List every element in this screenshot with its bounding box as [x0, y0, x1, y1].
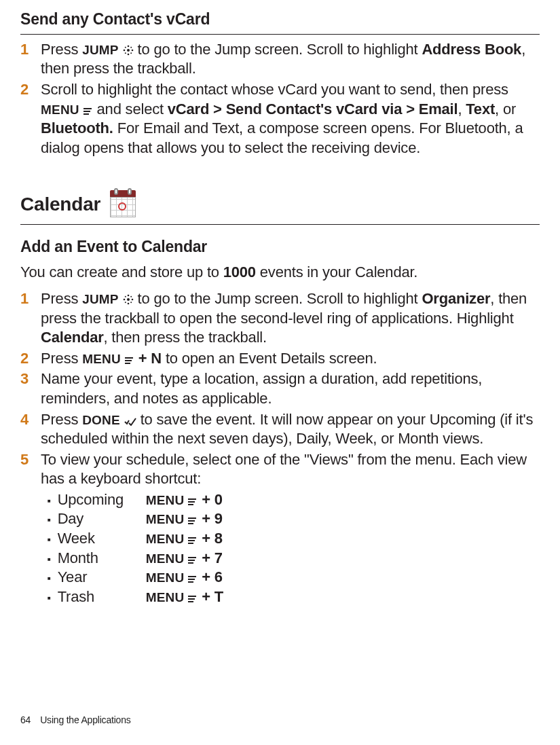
menu-icon [125, 357, 134, 365]
svg-rect-11 [83, 113, 89, 115]
key-menu: MENU [41, 103, 79, 117]
svg-rect-29 [188, 523, 193, 524]
svg-rect-22 [125, 360, 132, 361]
shortcut-list: UpcomingMENU + 0 DayMENU + 9 WeekMENU + … [48, 490, 540, 607]
svg-rect-9 [83, 108, 92, 109]
svg-rect-26 [188, 504, 193, 505]
steps-add-event: 1 Press JUMP to go to the Jump screen. S… [20, 289, 540, 607]
calendar-title: Calendar [20, 192, 100, 217]
svg-rect-34 [188, 560, 195, 561]
svg-rect-37 [188, 579, 195, 580]
svg-point-3 [123, 50, 125, 52]
shortcut-upcoming: UpcomingMENU + 0 [48, 490, 540, 510]
menu-icon [83, 107, 93, 115]
key-jump: JUMP [82, 292, 119, 306]
step-body: Scroll to highlight the contact whose vC… [41, 80, 540, 158]
shortcut-trash: TrashMENU + T [48, 587, 540, 607]
step-2: 2 Scroll to highlight the contact whose … [20, 80, 540, 158]
svg-rect-24 [188, 498, 196, 500]
svg-point-2 [127, 54, 129, 56]
svg-rect-40 [188, 598, 195, 600]
step-2: 2 Press MENU + N to open an Event Detail… [20, 349, 540, 369]
svg-point-19 [124, 302, 126, 303]
step-body: Name your event, type a location, assign… [41, 369, 540, 408]
jump-icon [123, 294, 134, 305]
intro-text: You can create and store up to 1000 even… [20, 263, 540, 283]
svg-rect-38 [188, 581, 193, 583]
svg-rect-10 [83, 111, 90, 112]
steps-send-vcard: 1 Press JUMP to go to the Jump screen. S… [20, 40, 540, 158]
svg-rect-27 [188, 517, 196, 519]
svg-rect-32 [188, 543, 193, 544]
jump-icon [123, 45, 134, 56]
svg-point-12 [127, 298, 130, 301]
step-number: 1 [20, 289, 41, 348]
menu-icon [188, 595, 198, 603]
svg-point-15 [123, 299, 125, 301]
svg-point-5 [124, 47, 126, 48]
page-footer: 64Using the Applications [20, 714, 131, 726]
step-3: 3 Name your event, type a location, assi… [20, 369, 540, 408]
svg-point-7 [124, 52, 126, 54]
svg-rect-23 [125, 363, 130, 364]
svg-point-0 [127, 49, 130, 52]
svg-point-8 [130, 52, 132, 54]
shortcut-week: WeekMENU + 8 [48, 529, 540, 549]
done-icon [124, 418, 136, 426]
svg-point-20 [130, 302, 132, 303]
key-done: DONE [82, 413, 120, 427]
svg-point-1 [127, 46, 129, 48]
svg-rect-35 [188, 562, 193, 564]
svg-rect-31 [188, 540, 195, 541]
heading-calendar: Calendar [20, 190, 540, 225]
step-number: 2 [20, 349, 41, 369]
svg-rect-21 [125, 357, 133, 359]
step-1: 1 Press JUMP to go to the Jump screen. S… [20, 40, 540, 79]
step-body: Press MENU + N to open an Event Details … [41, 349, 540, 369]
menu-icon [188, 575, 198, 583]
calendar-icon [109, 190, 137, 219]
svg-rect-28 [188, 520, 195, 522]
key-jump: JUMP [82, 43, 119, 57]
step-number: 4 [20, 410, 41, 449]
step-number: 5 [20, 450, 41, 607]
svg-point-16 [131, 299, 133, 301]
svg-point-13 [127, 295, 129, 297]
step-body: Press JUMP to go to the Jump screen. Scr… [41, 289, 540, 348]
svg-rect-39 [188, 596, 196, 597]
step-4: 4 Press DONE to save the event. It will … [20, 410, 540, 449]
svg-rect-36 [188, 576, 196, 577]
heading-send-vcard: Send any Contact's vCard [20, 10, 540, 35]
svg-rect-30 [188, 537, 196, 539]
step-1: 1 Press JUMP to go to the Jump screen. S… [20, 289, 540, 348]
page-number: 64 [20, 714, 31, 725]
shortcut-month: MonthMENU + 7 [48, 549, 540, 568]
shortcut-year: YearMENU + 6 [48, 568, 540, 587]
svg-point-4 [131, 50, 133, 52]
step-number: 2 [20, 80, 41, 158]
svg-rect-41 [188, 601, 193, 602]
step-number: 1 [20, 40, 41, 79]
step-number: 3 [20, 369, 41, 408]
svg-point-18 [130, 296, 132, 297]
heading-add-event: Add an Event to Calendar [20, 237, 540, 257]
svg-point-14 [127, 303, 129, 305]
menu-icon [188, 556, 198, 564]
svg-rect-33 [188, 557, 196, 558]
menu-icon [188, 498, 198, 506]
step-body: Press JUMP to go to the Jump screen. Scr… [41, 40, 540, 79]
svg-rect-25 [188, 501, 195, 503]
step-5: 5 To view your schedule, select one of t… [20, 450, 540, 607]
svg-point-17 [124, 296, 126, 297]
menu-icon [188, 517, 198, 525]
svg-point-6 [130, 47, 132, 48]
shortcut-day: DayMENU + 9 [48, 509, 540, 529]
key-menu: MENU [82, 352, 121, 366]
footer-section: Using the Applications [40, 714, 130, 725]
step-body: Press DONE to save the event. It will no… [41, 410, 540, 449]
step-body: To view your schedule, select one of the… [41, 450, 540, 607]
menu-icon [188, 537, 198, 545]
